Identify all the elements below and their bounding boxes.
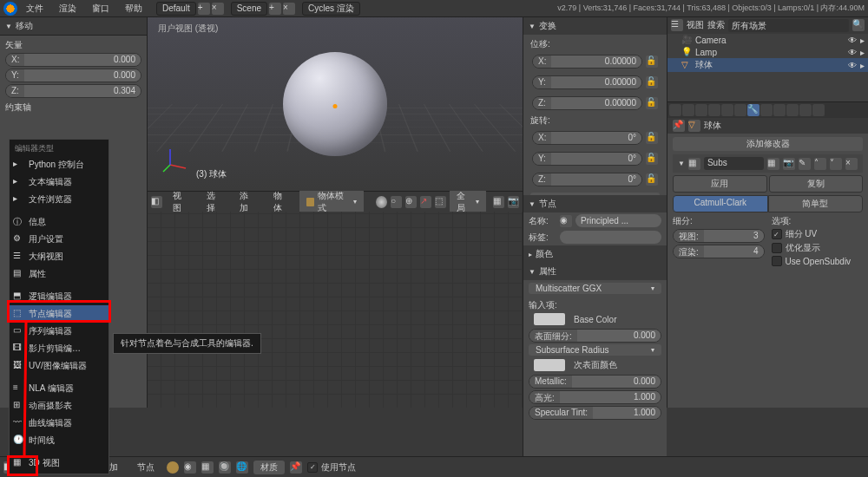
tab-modifiers[interactable]: 🔧 xyxy=(747,104,760,116)
lock-icon[interactable]: 🔓 xyxy=(646,153,658,165)
base-color-swatch[interactable] xyxy=(534,313,565,325)
tab-render[interactable] xyxy=(669,104,681,116)
color-subpanel[interactable]: ▸颜色 xyxy=(523,245,667,263)
props-subpanel[interactable]: ▼属性 xyxy=(523,263,667,280)
tool-panel-header[interactable]: ▼移动 xyxy=(0,17,147,36)
editor-text[interactable]: ▸文本编辑器 xyxy=(10,173,108,191)
remove-scene-icon[interactable]: × xyxy=(283,3,295,15)
pivot-icon[interactable]: ⊕ xyxy=(405,196,417,208)
eye-icon[interactable]: 👁 xyxy=(848,36,857,45)
subdivide-uv-check[interactable]: ✓细分 UV xyxy=(772,227,864,241)
tab-layers[interactable] xyxy=(682,104,694,116)
outliner-type-icon[interactable]: ☰ xyxy=(671,19,683,31)
node-name-field[interactable]: Principled ... xyxy=(575,214,661,227)
editor-graph[interactable]: 〰曲线编辑器 xyxy=(10,415,108,432)
editor-dopesheet[interactable]: ⊞动画摄影表 xyxy=(10,397,108,415)
mod-display-icon[interactable]: ▦ xyxy=(767,158,779,170)
editor-nla[interactable]: ≡NLA 编辑器 xyxy=(10,380,108,397)
subsurf-color-swatch[interactable] xyxy=(534,359,565,371)
menu-help[interactable]: 帮助 xyxy=(118,1,149,16)
editor-sequence[interactable]: ▭序列编辑器 xyxy=(10,323,108,340)
lock-icon[interactable]: 🔓 xyxy=(646,97,658,109)
mode-selector[interactable]: 物体模式▾ xyxy=(299,189,364,215)
menu-file[interactable]: 文件 xyxy=(19,1,50,16)
editor-properties[interactable]: ▤属性 xyxy=(10,265,108,283)
editor-logic[interactable]: ⬒逻辑编辑器 xyxy=(10,288,108,305)
specular-field[interactable]: 高光:1.000 xyxy=(529,390,661,404)
tab-object[interactable] xyxy=(721,104,733,116)
mod-edit-icon[interactable]: ✎ xyxy=(799,158,811,170)
tab-particles[interactable] xyxy=(799,104,812,116)
pin-material-icon[interactable]: 📌 xyxy=(290,461,302,474)
transform-panel-header[interactable]: ▼变换 xyxy=(523,17,667,35)
orientation-selector[interactable]: 全局▾ xyxy=(450,189,486,215)
subsurface-radius[interactable]: Subsurface Radius▾ xyxy=(529,344,661,356)
editor-timeline[interactable]: 🕐时间线 xyxy=(10,432,108,449)
translate-y[interactable]: Y:0.000 xyxy=(5,69,141,82)
add-modifier-button[interactable]: 添加修改器 xyxy=(673,137,863,151)
catmull-clark-button[interactable]: Catmull-Clark xyxy=(673,195,768,212)
object-mat-icon[interactable]: 🔘 xyxy=(219,461,231,474)
editor-type-icon[interactable]: ◧ xyxy=(151,196,162,208)
compositor-tree-icon[interactable]: ◉ xyxy=(184,461,196,474)
editor-clip[interactable]: 🎞影片剪辑编… xyxy=(10,340,108,357)
simple-button[interactable]: 简单型 xyxy=(768,195,864,212)
lock-icon[interactable]: 🔓 xyxy=(646,56,658,68)
editor-python-console[interactable]: ▸Python 控制台 xyxy=(10,156,108,173)
node-tag-field[interactable] xyxy=(560,231,661,244)
remove-layout-icon[interactable]: × xyxy=(212,3,224,15)
editor-info[interactable]: ⓘ信息 xyxy=(10,213,108,231)
modifier-name[interactable]: Subs xyxy=(704,157,764,170)
tab-scene[interactable] xyxy=(695,104,707,116)
render-preview-icon[interactable]: 📷 xyxy=(508,196,519,208)
layers-icon[interactable]: ▦ xyxy=(493,196,504,208)
loc-x[interactable]: X:0.00000 xyxy=(532,55,642,69)
chevron-down-icon[interactable]: ˅ xyxy=(830,158,842,170)
tab-texture[interactable] xyxy=(786,104,799,116)
menu-window[interactable]: 窗口 xyxy=(85,1,116,16)
loc-y[interactable]: Y:0.00000 xyxy=(532,75,642,89)
search-icon[interactable]: 🔍 xyxy=(852,19,865,31)
menu-render[interactable]: 渲染 xyxy=(52,1,83,16)
rot-y[interactable]: Y:0° xyxy=(532,152,642,166)
shading-solid-icon[interactable] xyxy=(376,196,387,208)
outliner-item-camera[interactable]: 🎥Camera👁▸ xyxy=(667,34,868,46)
layout-selector[interactable]: Default xyxy=(156,2,196,16)
node-editor-area[interactable] xyxy=(148,212,523,408)
lock-icon[interactable]: 🔓 xyxy=(646,132,658,144)
lock-icon[interactable]: 🔓 xyxy=(646,173,658,186)
chevron-up-icon[interactable]: ˄ xyxy=(814,158,826,170)
editor-image[interactable]: 🖼UV/图像编辑器 xyxy=(10,357,108,375)
opensubdiv-check[interactable]: Use OpenSubdiv xyxy=(772,255,864,267)
apply-button[interactable]: 应用 xyxy=(673,175,767,193)
arrow-icon[interactable]: ▸ xyxy=(860,36,865,45)
pin-icon[interactable]: 📌 xyxy=(673,120,685,132)
distribution-selector[interactable]: Multiscatter GGX▾ xyxy=(529,283,661,294)
surface-subdiv[interactable]: 表面细分:0.000 xyxy=(529,329,661,343)
tab-material[interactable] xyxy=(773,104,786,116)
eye-icon[interactable]: 👁 xyxy=(848,48,857,57)
outliner-item-lamp[interactable]: 💡Lamp👁▸ xyxy=(667,46,868,58)
editor-3dview[interactable]: ▦3D 视图 xyxy=(10,454,108,472)
optimal-display-check[interactable]: 优化显示 xyxy=(772,241,864,255)
editor-node[interactable]: ⬚节点编辑器 xyxy=(10,305,108,323)
specular-tint-field[interactable]: Specular Tint:1.000 xyxy=(529,406,661,420)
world-mat-icon[interactable]: 🌐 xyxy=(236,461,248,474)
rot-z[interactable]: Z:0° xyxy=(532,173,642,186)
tab-world[interactable] xyxy=(708,104,720,116)
scene-selector[interactable]: Scene xyxy=(231,2,267,16)
node-panel-header[interactable]: ▼节点 xyxy=(523,195,667,212)
ne-menu-node[interactable]: 节点 xyxy=(130,460,161,475)
copy-button[interactable]: 复制 xyxy=(769,175,864,193)
3d-viewport[interactable]: 用户视图 (透视) (3) 球体 xyxy=(148,17,523,191)
editor-file-browser[interactable]: ▸文件浏览器 xyxy=(10,191,108,208)
add-scene-icon[interactable]: + xyxy=(269,3,281,15)
add-layout-icon[interactable]: + xyxy=(198,3,210,15)
eye-icon[interactable]: 👁 xyxy=(848,61,857,70)
translate-z[interactable]: Z:0.304 xyxy=(5,84,141,98)
shading-wire-icon[interactable]: ○ xyxy=(391,196,402,208)
shader-tree-icon[interactable] xyxy=(167,461,179,474)
mod-render-icon[interactable]: 📷 xyxy=(783,158,795,170)
arrow-icon[interactable]: ▸ xyxy=(860,48,865,57)
texture-tree-icon[interactable]: ▦ xyxy=(201,461,214,474)
